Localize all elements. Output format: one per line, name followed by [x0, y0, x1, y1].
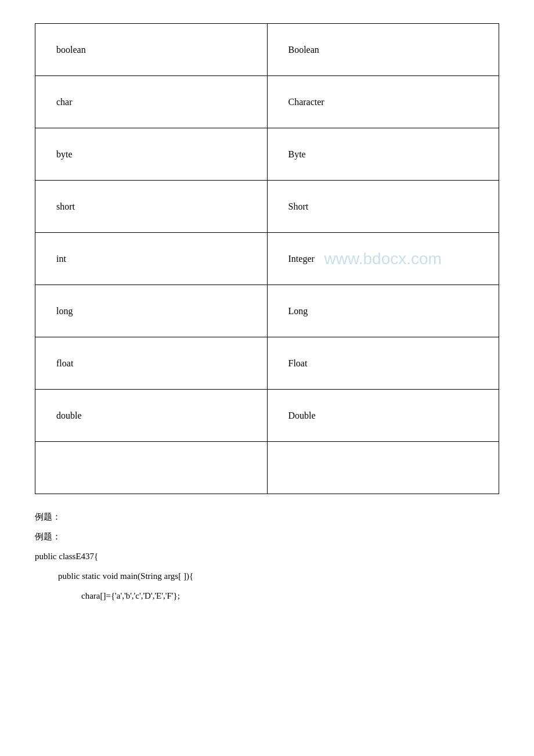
wrapper-cell: Float [267, 337, 499, 390]
text-line: 例题： [35, 508, 499, 525]
table-row: byteByte [35, 128, 499, 181]
primitive-cell: char [35, 76, 268, 128]
table-row: doubleDouble [35, 390, 499, 442]
wrapper-cell: Byte [267, 128, 499, 181]
page-content: booleanBooleancharCharacterbyteByteshort… [35, 23, 499, 604]
table-row: intIntegerwww.bdocx.com [35, 233, 499, 285]
wrapper-cell: Boolean [267, 24, 499, 76]
table-row: longLong [35, 285, 499, 337]
primitive-cell: double [35, 390, 268, 442]
table-row: shortShort [35, 181, 499, 233]
table-row: booleanBoolean [35, 24, 499, 76]
primitive-cell: float [35, 337, 268, 390]
primitive-cell: short [35, 181, 268, 233]
text-line: public static void main(String args[ ]){ [35, 567, 499, 585]
wrapper-cell: Character [267, 76, 499, 128]
text-line: chara[]={'a','b','c','D','E','F'}; [35, 587, 499, 604]
primitive-wrapper-table: booleanBooleancharCharacterbyteByteshort… [35, 23, 499, 494]
primitive-cell: boolean [35, 24, 268, 76]
wrapper-cell [267, 442, 499, 494]
text-section: 例题：例题：public classE437{public static voi… [35, 508, 499, 604]
table-row [35, 442, 499, 494]
wrapper-cell: Long [267, 285, 499, 337]
wrapper-cell: Integerwww.bdocx.com [267, 233, 499, 285]
primitive-cell: long [35, 285, 268, 337]
primitive-cell [35, 442, 268, 494]
primitive-cell: byte [35, 128, 268, 181]
primitive-cell: int [35, 233, 268, 285]
table-row: floatFloat [35, 337, 499, 390]
table-row: charCharacter [35, 76, 499, 128]
text-line: 例题： [35, 528, 499, 545]
wrapper-cell: Short [267, 181, 499, 233]
wrapper-cell: Double [267, 390, 499, 442]
text-line: public classE437{ [35, 548, 499, 565]
